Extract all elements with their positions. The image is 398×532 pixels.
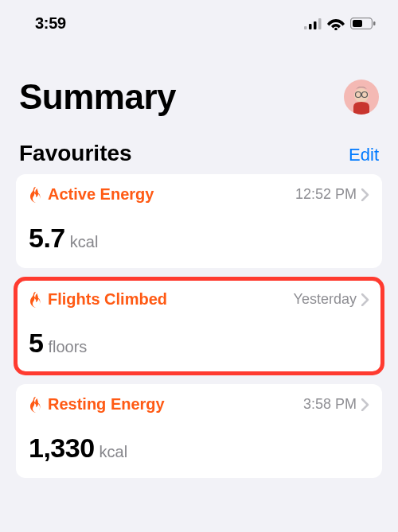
chevron-right-icon	[361, 188, 369, 201]
metric-unit: kcal	[70, 233, 99, 251]
category-label: Flights Climbed	[48, 290, 167, 309]
card-active-energy[interactable]: Active Energy 12:52 PM 5.7 kcal	[16, 174, 382, 268]
metric-value: 1,330	[29, 433, 95, 464]
cellular-icon	[304, 18, 322, 29]
page-title: Summary	[19, 77, 176, 117]
flame-icon	[29, 397, 43, 413]
metric-unit: floors	[48, 338, 87, 356]
time-label: Yesterday	[294, 291, 357, 308]
flame-icon	[29, 292, 43, 308]
card-flights-climbed[interactable]: Flights Climbed Yesterday 5 floors	[16, 279, 382, 373]
category-label: Active Energy	[48, 185, 154, 204]
status-time: 3:59	[35, 14, 66, 33]
metric-value: 5.7	[29, 223, 65, 254]
card-resting-energy[interactable]: Resting Energy 3:58 PM 1,330 kcal	[16, 384, 382, 478]
svg-rect-1	[309, 24, 312, 29]
category-label: Resting Energy	[48, 395, 165, 414]
time-label: 12:52 PM	[295, 186, 357, 203]
metric-value: 5	[29, 328, 43, 359]
chevron-right-icon	[361, 398, 369, 411]
svg-rect-2	[314, 21, 317, 29]
wifi-icon	[327, 17, 345, 30]
svg-rect-0	[304, 26, 307, 29]
svg-rect-7	[373, 21, 376, 25]
flame-icon	[29, 187, 43, 203]
avatar-image	[345, 83, 377, 115]
svg-point-4	[334, 27, 338, 29]
time-label: 3:58 PM	[303, 396, 357, 413]
status-bar: 3:59	[0, 0, 398, 39]
avatar[interactable]	[344, 80, 379, 115]
svg-point-8	[354, 88, 369, 103]
svg-rect-3	[318, 18, 322, 29]
section-title: Favourites	[19, 141, 132, 166]
metric-unit: kcal	[100, 443, 128, 461]
battery-icon	[350, 17, 376, 29]
chevron-right-icon	[361, 293, 369, 306]
header: Summary	[0, 39, 398, 125]
svg-rect-6	[353, 20, 362, 27]
section-header: Favourites Edit	[0, 125, 398, 174]
status-icons	[304, 17, 376, 30]
edit-button[interactable]: Edit	[349, 145, 379, 165]
